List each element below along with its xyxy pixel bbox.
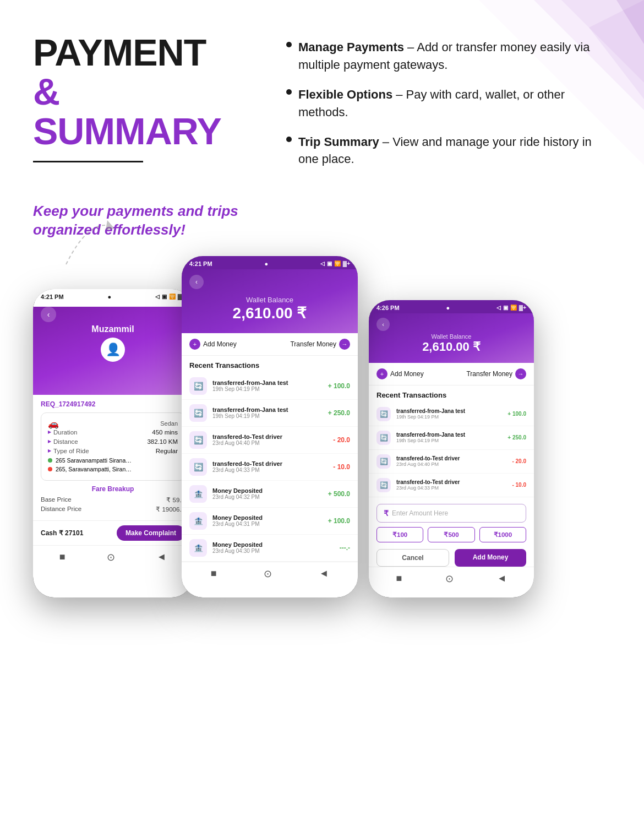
- car-icon-row: 🚗 Sedan: [48, 419, 178, 429]
- phone2-nav-square-icon[interactable]: ■: [211, 568, 217, 580]
- transaction-item: 🏦 Money Deposited 23rd Aug 04:31 PM + 10…: [182, 508, 358, 535]
- phones-section: 4:21 PM ● ◁ ▣ 🛜 ▓+ ‹ Muzammil 👤: [33, 256, 611, 597]
- txn-name: transferred-from-Jana test: [212, 406, 323, 413]
- ride-type-label: ▶ Type of Ride: [48, 448, 89, 454]
- phone1-center-dot: ●: [107, 294, 111, 300]
- txn-info: transferred-from-Jana test 19th Sep 04:1…: [396, 432, 502, 443]
- wallet-balance-label: Wallet Balance: [189, 296, 350, 304]
- txn-date: 19th Sep 04:19 PM: [396, 438, 502, 443]
- distance-price-value: ₹ 19006.0: [156, 506, 185, 513]
- phone3-add-money-action[interactable]: + Add Money: [376, 368, 424, 379]
- feature-item-2: Flexible Options – Pay with card, wallet…: [286, 86, 611, 121]
- phone2-nav-back-icon[interactable]: ◄: [319, 568, 329, 580]
- txn-name: transfered-to-Test driver: [212, 433, 328, 440]
- phone3-wallet-actions: + Add Money Transfer Money →: [369, 363, 534, 385]
- feature-text-2: Flexible Options – Pay with card, wallet…: [298, 86, 611, 121]
- txn-name: Money Deposited: [212, 487, 323, 494]
- feature-bold-1: Manage Payments: [298, 40, 404, 54]
- phone3-mockup: 4:26 PM ● ◁ ▣ 🛜 ▓+ ‹ Wallet Balance 2,61…: [369, 300, 534, 597]
- phone2-mockup: 4:21 PM ● ◁ ▣ 🛜 ▓+ ‹ Wallet Balance 2,: [182, 256, 358, 597]
- duration-label: ▶ Duration: [48, 429, 77, 436]
- txn-info: transfered-to-Test driver 23rd Aug 04:33…: [396, 479, 506, 491]
- pickup-row: 265 Saravanampatti Siranan... 06:32 PM: [48, 457, 178, 464]
- quick-amount-1000[interactable]: ₹1000: [479, 527, 526, 542]
- phone2-wallet-header: ‹ Wallet Balance 2,610.00 ₹: [182, 269, 358, 333]
- phone3-add-circle-icon: +: [376, 368, 388, 379]
- transfer-money-action[interactable]: Transfer Money →: [290, 339, 350, 350]
- txn-icon: 🔄: [189, 404, 207, 422]
- add-money-button[interactable]: Add Money: [455, 549, 526, 567]
- feature-item-1: Manage Payments – Add or transfer money …: [286, 39, 611, 74]
- txn-name: transferred-from-Jana test: [396, 408, 502, 414]
- phone1-nav-bar: ■ ⊙ ◄: [33, 545, 193, 569]
- add-money-label: Add Money: [203, 340, 237, 348]
- txn-icon: 🔄: [376, 407, 391, 421]
- quick-amount-100[interactable]: ₹100: [376, 527, 423, 542]
- transfer-circle-icon: →: [339, 339, 350, 350]
- txn-date: 19th Sep 04:19 PM: [212, 386, 323, 392]
- phone1-back-button[interactable]: ‹: [41, 307, 56, 322]
- phone3-status-bar: 4:26 PM ● ◁ ▣ 🛜 ▓+: [369, 300, 534, 313]
- phone3-back-button[interactable]: ‹: [376, 318, 390, 331]
- txn-amount: - 10.0: [512, 482, 526, 488]
- txn-date: 19th Sep 04:19 PM: [212, 413, 323, 419]
- dropoff-location: 265, Saravanampatti, Siranan... 06:32 PM: [56, 466, 133, 472]
- txn-info: Money Deposited 23rd Aug 04:30 PM: [212, 541, 334, 554]
- transaction-item: 🔄 transferred-from-Jana test 19th Sep 04…: [369, 403, 534, 426]
- distance-price-label: Distance Price: [41, 506, 81, 513]
- txn-date: 23rd Aug 04:33 PM: [212, 467, 328, 473]
- transaction-item: 🔄 transferred-from-Jana test 19th Sep 04…: [369, 426, 534, 450]
- phone3-wallet-header: ‹ Wallet Balance 2,610.00 ₹: [369, 313, 534, 363]
- txn-icon: 🔄: [189, 458, 207, 476]
- phone1-header: ‹ Muzammil 👤: [33, 307, 193, 395]
- page-title: PAYMENT & SUMMARY: [33, 33, 242, 151]
- txn-name: transferred-from-Jana test: [212, 379, 323, 386]
- add-money-action[interactable]: + Add Money: [189, 339, 237, 350]
- phone3-status-icons: ◁ ▣ 🛜 ▓+: [496, 305, 526, 311]
- txn-info: Money Deposited 23rd Aug 04:32 PM: [212, 487, 323, 500]
- phone3-transactions-list: 🔄 transferred-from-Jana test 19th Sep 04…: [369, 403, 534, 497]
- transaction-item: 🔄 transfered-to-Test driver 23rd Aug 04:…: [369, 450, 534, 474]
- trip-card: 🚗 Sedan ▶ Duration 450 mins: [41, 412, 185, 481]
- phone2-center-dot: ●: [264, 260, 268, 267]
- pickup-location: 265 Saravanampatti Siranan... 06:32 PM: [56, 457, 133, 464]
- transaction-item: 🔄 transfered-to-Test driver 23rd Aug 04:…: [369, 474, 534, 497]
- nav-home-icon[interactable]: ⊙: [107, 551, 115, 563]
- phone1-status-icons: ◁ ▣ 🛜 ▓+: [155, 294, 185, 300]
- add-circle-icon: +: [189, 339, 200, 350]
- phone3-nav-square-icon[interactable]: ■: [396, 573, 402, 585]
- txn-amount: - 20.0: [333, 436, 350, 444]
- dropoff-dot: [48, 467, 52, 471]
- phone2-back-button[interactable]: ‹: [189, 275, 204, 289]
- phone3-nav-home-icon[interactable]: ⊙: [445, 573, 454, 585]
- wallet-amount: 2,610.00 ₹: [189, 304, 350, 322]
- txn-date: 23rd Aug 04:40 PM: [396, 461, 506, 467]
- dropoff-row: 265, Saravanampatti, Siranan... 06:32 PM: [48, 466, 178, 472]
- txn-amount: - 20.0: [512, 458, 526, 464]
- phone2-nav-home-icon[interactable]: ⊙: [264, 568, 272, 580]
- features-list: Manage Payments – Add or transfer money …: [286, 33, 611, 180]
- txn-icon: 🏦: [189, 485, 207, 503]
- header-section: PAYMENT & SUMMARY Manage Payments – Add …: [33, 33, 611, 180]
- feature-text-1: Manage Payments – Add or transfer money …: [298, 39, 611, 74]
- nav-back-icon[interactable]: ◄: [156, 551, 166, 563]
- phone3-center-dot: ●: [446, 305, 450, 311]
- title-line2: & SUMMARY: [33, 70, 221, 151]
- phone3-nav-back-icon[interactable]: ◄: [497, 573, 507, 585]
- title-line1: PAYMENT: [33, 31, 206, 73]
- amount-input-row[interactable]: ₹ Enter Amount Here: [376, 504, 526, 523]
- car-icon: 🚗: [48, 419, 59, 429]
- make-complaint-button[interactable]: Make Complaint: [117, 525, 185, 541]
- phone3-transfer-money-action[interactable]: Transfer Money →: [466, 368, 526, 379]
- recent-transactions-title: Recent Transactions: [182, 356, 358, 373]
- quick-amount-500[interactable]: ₹500: [428, 527, 474, 542]
- quick-amounts: ₹100 ₹500 ₹1000: [369, 527, 534, 542]
- nav-square-icon[interactable]: ■: [59, 551, 66, 563]
- phone2-status-icons: ◁ ▣ 🛜 ▓+: [320, 260, 350, 267]
- base-price-row: Base Price ₹ 59.0: [41, 496, 185, 504]
- rupee-symbol: ₹: [384, 509, 389, 518]
- feature-bold-2: Flexible Options: [298, 88, 392, 101]
- cancel-button[interactable]: Cancel: [376, 549, 449, 567]
- phone3-transfer-money-label: Transfer Money: [466, 370, 512, 378]
- transaction-item: 🏦 Money Deposited 23rd Aug 04:32 PM + 50…: [182, 481, 358, 508]
